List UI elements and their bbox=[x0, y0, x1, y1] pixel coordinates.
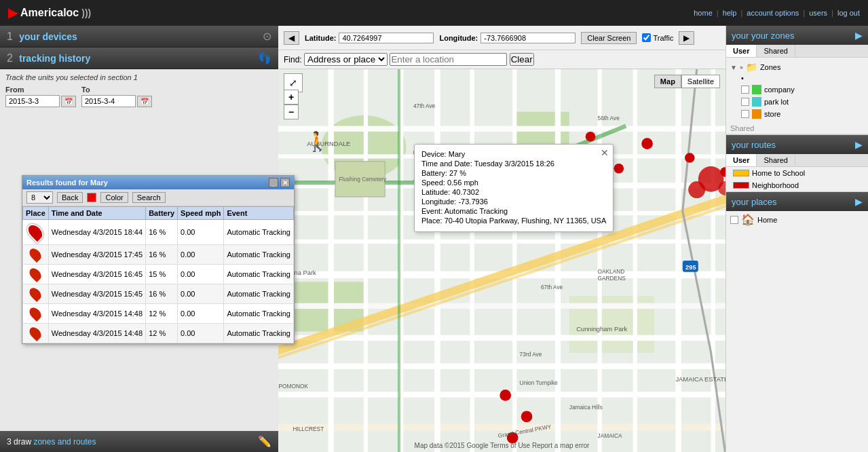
svg-point-49 bbox=[586, 132, 596, 142]
table-row[interactable]: Wednesday 4/3/2015 18:4416 %0.00Automati… bbox=[23, 220, 294, 245]
svg-point-50 bbox=[614, 164, 624, 174]
nav-users[interactable]: users bbox=[809, 9, 827, 17]
satellite-view-button[interactable]: Satellite bbox=[681, 75, 720, 88]
row-time: Wednesday 4/3/2015 17:45 bbox=[48, 245, 145, 265]
zoom-in-button[interactable]: + bbox=[284, 90, 299, 105]
svg-text:Cunningham Park: Cunningham Park bbox=[576, 325, 627, 333]
zone-bullet: • bbox=[741, 74, 864, 82]
places-expand-icon[interactable]: ▶ bbox=[855, 196, 863, 207]
map-find-toolbar: Find: Address or place Clear bbox=[278, 50, 725, 69]
nav-help[interactable]: help bbox=[723, 9, 737, 17]
main-layout: 1 your devices ⊙ 2 tracking history bbox=[0, 26, 868, 452]
from-calendar-button[interactable]: 📅 bbox=[61, 96, 76, 107]
section-tracking-header: 2 tracking history 👣 bbox=[0, 48, 278, 69]
popup-close-button[interactable]: ✕ bbox=[280, 178, 290, 187]
popup-minimize-button[interactable]: _ bbox=[269, 178, 278, 187]
parklot-color bbox=[752, 97, 761, 107]
map-toolbar: ◀ Latitude: Longitude: Clear Screen Traf… bbox=[278, 26, 725, 50]
svg-text:67th Ave: 67th Ave bbox=[541, 284, 563, 290]
zone-item-store: store bbox=[741, 108, 864, 120]
clear-screen-button[interactable]: Clear Screen bbox=[581, 32, 637, 44]
right-panel: your your zones ▶ User Shared ▼ ▪ 📁 Zone… bbox=[725, 26, 868, 452]
top-navigation: ▶ Americaloc ))) home | help | account o… bbox=[0, 0, 868, 26]
devices-icon[interactable]: ⊙ bbox=[263, 30, 271, 43]
map-attribution: Map data ©2015 Google Terms of Use Repor… bbox=[415, 442, 590, 449]
shared-label: Shared bbox=[726, 123, 868, 134]
map-view-button[interactable]: Map bbox=[654, 75, 681, 88]
nav-links: home | help | account options | users | … bbox=[694, 9, 860, 17]
table-row[interactable]: Wednesday 4/3/2015 16:4515 %0.00Automati… bbox=[23, 265, 294, 284]
table-row[interactable]: Wednesday 4/3/2015 14:4812 %0.00Automati… bbox=[23, 324, 294, 343]
col-speed: Speed mph bbox=[178, 207, 224, 220]
row-pin bbox=[23, 284, 49, 304]
col-time: Time and Date bbox=[48, 207, 145, 220]
svg-rect-23 bbox=[598, 69, 602, 452]
color-button[interactable]: Color bbox=[100, 192, 128, 203]
find-label: Find: bbox=[284, 55, 302, 64]
info-time: Time and Date: Tuesday 3/3/2015 18:26 bbox=[421, 159, 606, 168]
to-calendar-button[interactable]: 📅 bbox=[137, 96, 152, 107]
latitude-input[interactable] bbox=[339, 33, 434, 43]
folder-icon: ▪ bbox=[740, 62, 743, 73]
table-row[interactable]: Wednesday 4/3/2015 15:4516 %0.00Automati… bbox=[23, 284, 294, 304]
row-pin bbox=[23, 220, 49, 245]
lat-label: Latitude: bbox=[305, 34, 336, 42]
nav-account-options[interactable]: account options bbox=[747, 9, 799, 17]
find-type-select[interactable]: Address or place bbox=[304, 53, 388, 66]
back-button[interactable]: Back bbox=[57, 192, 83, 203]
logo: ▶ Americaloc ))) bbox=[8, 5, 91, 20]
longitude-input[interactable] bbox=[480, 33, 575, 43]
info-battery: Battery: 27 % bbox=[421, 169, 606, 177]
place1-checkbox[interactable] bbox=[730, 216, 738, 224]
svg-point-55 bbox=[521, 411, 533, 422]
info-latitude: Latitude: 40.7302 bbox=[421, 188, 606, 196]
per-page-select[interactable]: 8 16 24 bbox=[26, 191, 53, 204]
row-speed: 0.00 bbox=[178, 265, 224, 284]
table-row[interactable]: Wednesday 4/3/2015 17:4516 %0.00Automati… bbox=[23, 245, 294, 265]
routes-tab-user[interactable]: User bbox=[726, 154, 757, 166]
zones-tab-shared[interactable]: Shared bbox=[757, 45, 795, 57]
zones-expand-icon[interactable]: ▶ bbox=[855, 30, 863, 41]
map-back-button[interactable]: ◀ bbox=[284, 31, 299, 45]
zone-item-company: company bbox=[741, 83, 864, 96]
find-clear-button[interactable]: Clear bbox=[510, 53, 534, 66]
company-checkbox[interactable] bbox=[741, 86, 749, 94]
col-place: Place bbox=[23, 207, 49, 220]
row-speed: 0.00 bbox=[178, 284, 224, 304]
table-row[interactable]: Wednesday 4/3/2015 14:4812 %0.00Automati… bbox=[23, 304, 294, 324]
home-icon: 🏠 bbox=[741, 213, 755, 226]
results-table: Place Time and Date Battery Speed mph Ev… bbox=[22, 206, 294, 343]
zoom-out-button[interactable]: − bbox=[284, 105, 299, 119]
street-view-person[interactable]: 🚶 bbox=[305, 130, 329, 153]
svg-point-52 bbox=[685, 153, 695, 163]
nav-logout[interactable]: log out bbox=[837, 9, 860, 17]
from-date-input[interactable] bbox=[5, 95, 60, 107]
info-popup-close-button[interactable]: ✕ bbox=[601, 147, 609, 158]
color-swatch bbox=[87, 193, 96, 202]
zones-icon[interactable]: ✏️ bbox=[258, 435, 271, 448]
find-input[interactable] bbox=[390, 53, 507, 66]
row-pin bbox=[23, 304, 49, 324]
routes-expand-icon[interactable]: ▶ bbox=[855, 139, 863, 150]
parklot-checkbox[interactable] bbox=[741, 98, 749, 106]
traffic-checkbox[interactable] bbox=[642, 33, 651, 42]
map-forward-button[interactable]: ▶ bbox=[679, 31, 694, 45]
store-checkbox[interactable] bbox=[741, 110, 749, 118]
row-event: Automatic Tracking bbox=[224, 265, 294, 284]
search-button[interactable]: Search bbox=[132, 192, 166, 203]
zones-tab-user[interactable]: User bbox=[726, 45, 757, 57]
folder-blue-icon: 📁 bbox=[746, 62, 757, 73]
routes-tab-shared[interactable]: Shared bbox=[757, 154, 795, 166]
col-event: Event bbox=[224, 207, 294, 220]
nav-home[interactable]: home bbox=[694, 9, 713, 17]
svg-text:GARDENS: GARDENS bbox=[598, 275, 626, 282]
row-time: Wednesday 4/3/2015 14:48 bbox=[48, 304, 145, 324]
route-item-neighborhood: Neighborhood bbox=[726, 179, 868, 191]
row-speed: 0.00 bbox=[178, 324, 224, 343]
places-list: 🏠 Home bbox=[726, 211, 868, 228]
svg-rect-26 bbox=[711, 69, 715, 452]
section-1-num: 1 bbox=[7, 31, 13, 42]
to-date-input[interactable] bbox=[81, 95, 136, 107]
map-container[interactable]: AUBURNDALE 47th Ave 56th Ave Hollis-Ct A… bbox=[278, 69, 725, 452]
tracking-icon[interactable]: 👣 bbox=[258, 52, 271, 64]
